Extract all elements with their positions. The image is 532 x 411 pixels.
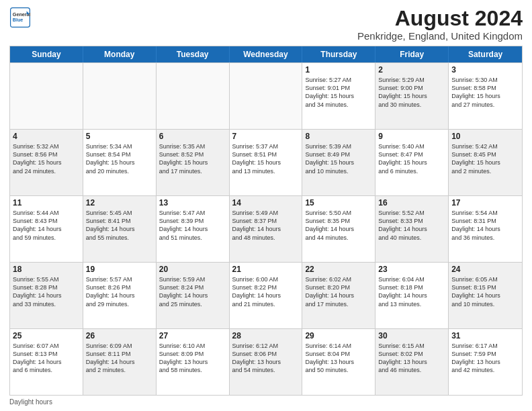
day-info: Sunrise: 6:04 AM Sunset: 8:18 PM Dayligh… <box>378 275 445 308</box>
day-info: Sunrise: 5:54 AM Sunset: 8:31 PM Dayligh… <box>451 209 519 242</box>
calendar-body: 1Sunrise: 5:27 AM Sunset: 9:01 PM Daylig… <box>10 62 522 395</box>
day-info: Sunrise: 5:32 AM Sunset: 8:56 PM Dayligh… <box>13 142 80 175</box>
header-day-monday: Monday <box>83 46 157 62</box>
day-info: Sunrise: 5:35 AM Sunset: 8:52 PM Dayligh… <box>159 142 226 175</box>
calendar-cell-20: 20Sunrise: 5:59 AM Sunset: 8:24 PM Dayli… <box>157 263 230 328</box>
day-number: 28 <box>232 331 300 340</box>
calendar-cell-empty <box>10 63 83 129</box>
day-number: 9 <box>378 132 445 141</box>
calendar-cell-4: 4Sunrise: 5:32 AM Sunset: 8:56 PM Daylig… <box>10 130 83 195</box>
day-info: Sunrise: 5:37 AM Sunset: 8:51 PM Dayligh… <box>232 142 300 175</box>
day-info: Sunrise: 5:44 AM Sunset: 8:43 PM Dayligh… <box>13 209 80 242</box>
header-day-thursday: Thursday <box>302 46 375 62</box>
calendar-row-3: 11Sunrise: 5:44 AM Sunset: 8:43 PM Dayli… <box>10 195 522 262</box>
day-number: 27 <box>159 331 226 340</box>
calendar-cell-29: 29Sunrise: 6:14 AM Sunset: 8:04 PM Dayli… <box>302 329 375 395</box>
calendar-cell-9: 9Sunrise: 5:40 AM Sunset: 8:47 PM Daylig… <box>375 130 449 195</box>
day-number: 6 <box>159 132 226 141</box>
calendar-cell-23: 23Sunrise: 6:04 AM Sunset: 8:18 PM Dayli… <box>375 263 449 328</box>
calendar-cell-30: 30Sunrise: 6:15 AM Sunset: 8:02 PM Dayli… <box>375 329 449 395</box>
calendar-cell-3: 3Sunrise: 5:30 AM Sunset: 8:58 PM Daylig… <box>449 63 522 129</box>
footer-note: Daylight hours <box>9 398 523 406</box>
calendar-cell-18: 18Sunrise: 5:55 AM Sunset: 8:28 PM Dayli… <box>10 263 83 328</box>
calendar-cell-22: 22Sunrise: 6:02 AM Sunset: 8:20 PM Dayli… <box>302 263 375 328</box>
page-container: General Blue August 2024 Penkridge, Engl… <box>0 0 532 411</box>
day-number: 17 <box>451 198 519 208</box>
day-info: Sunrise: 5:50 AM Sunset: 8:35 PM Dayligh… <box>305 209 372 242</box>
calendar-row-2: 4Sunrise: 5:32 AM Sunset: 8:56 PM Daylig… <box>10 129 522 195</box>
calendar-cell-25: 25Sunrise: 6:07 AM Sunset: 8:13 PM Dayli… <box>10 329 83 395</box>
calendar-cell-27: 27Sunrise: 6:10 AM Sunset: 8:09 PM Dayli… <box>157 329 230 395</box>
day-info: Sunrise: 5:30 AM Sunset: 8:58 PM Dayligh… <box>451 76 519 109</box>
day-info: Sunrise: 5:34 AM Sunset: 8:54 PM Dayligh… <box>86 142 153 175</box>
calendar-cell-17: 17Sunrise: 5:54 AM Sunset: 8:31 PM Dayli… <box>449 196 522 262</box>
calendar-cell-7: 7Sunrise: 5:37 AM Sunset: 8:51 PM Daylig… <box>230 130 303 195</box>
day-number: 19 <box>86 265 153 274</box>
calendar-cell-31: 31Sunrise: 6:17 AM Sunset: 7:59 PM Dayli… <box>449 329 522 395</box>
day-number: 25 <box>13 331 80 340</box>
calendar-cell-2: 2Sunrise: 5:29 AM Sunset: 9:00 PM Daylig… <box>375 63 449 129</box>
day-number: 12 <box>86 198 153 208</box>
day-info: Sunrise: 5:52 AM Sunset: 8:33 PM Dayligh… <box>378 209 445 242</box>
day-number: 10 <box>451 132 519 141</box>
header-day-saturday: Saturday <box>449 46 522 62</box>
title-block: August 2024 Penkridge, England, United K… <box>357 7 523 42</box>
calendar-cell-11: 11Sunrise: 5:44 AM Sunset: 8:43 PM Dayli… <box>10 196 83 262</box>
calendar-cell-8: 8Sunrise: 5:39 AM Sunset: 8:49 PM Daylig… <box>302 130 375 195</box>
day-info: Sunrise: 6:15 AM Sunset: 8:02 PM Dayligh… <box>378 342 445 375</box>
calendar-cell-14: 14Sunrise: 5:49 AM Sunset: 8:37 PM Dayli… <box>230 196 303 262</box>
day-info: Sunrise: 5:40 AM Sunset: 8:47 PM Dayligh… <box>378 142 445 175</box>
day-info: Sunrise: 5:39 AM Sunset: 8:49 PM Dayligh… <box>305 142 372 175</box>
day-number: 13 <box>159 198 226 208</box>
calendar-row-1: 1Sunrise: 5:27 AM Sunset: 9:01 PM Daylig… <box>10 62 522 129</box>
calendar-cell-empty <box>83 63 157 129</box>
day-info: Sunrise: 6:10 AM Sunset: 8:09 PM Dayligh… <box>159 342 226 375</box>
day-number: 14 <box>232 198 300 208</box>
calendar-cell-5: 5Sunrise: 5:34 AM Sunset: 8:54 PM Daylig… <box>83 130 157 195</box>
calendar-row-5: 25Sunrise: 6:07 AM Sunset: 8:13 PM Dayli… <box>10 328 522 395</box>
day-info: Sunrise: 6:12 AM Sunset: 8:06 PM Dayligh… <box>232 342 300 375</box>
day-number: 23 <box>378 265 445 274</box>
header-day-sunday: Sunday <box>10 46 83 62</box>
calendar-cell-16: 16Sunrise: 5:52 AM Sunset: 8:33 PM Dayli… <box>375 196 449 262</box>
day-number: 18 <box>13 265 80 274</box>
calendar-cell-6: 6Sunrise: 5:35 AM Sunset: 8:52 PM Daylig… <box>157 130 230 195</box>
day-info: Sunrise: 5:49 AM Sunset: 8:37 PM Dayligh… <box>232 209 300 242</box>
main-title: August 2024 <box>357 7 523 30</box>
calendar-cell-1: 1Sunrise: 5:27 AM Sunset: 9:01 PM Daylig… <box>302 63 375 129</box>
header-day-wednesday: Wednesday <box>230 46 303 62</box>
day-info: Sunrise: 6:14 AM Sunset: 8:04 PM Dayligh… <box>305 342 372 375</box>
logo: General Blue <box>9 7 31 28</box>
subtitle: Penkridge, England, United Kingdom <box>357 30 523 42</box>
day-number: 20 <box>159 265 226 274</box>
calendar-cell-empty <box>230 63 303 129</box>
day-info: Sunrise: 5:55 AM Sunset: 8:28 PM Dayligh… <box>13 275 80 308</box>
day-info: Sunrise: 5:59 AM Sunset: 8:24 PM Dayligh… <box>159 275 226 308</box>
day-number: 29 <box>305 331 372 340</box>
day-number: 22 <box>305 265 372 274</box>
calendar-cell-13: 13Sunrise: 5:47 AM Sunset: 8:39 PM Dayli… <box>157 196 230 262</box>
day-number: 11 <box>13 198 80 208</box>
calendar-cell-12: 12Sunrise: 5:45 AM Sunset: 8:41 PM Dayli… <box>83 196 157 262</box>
day-number: 15 <box>305 198 372 208</box>
day-info: Sunrise: 6:02 AM Sunset: 8:20 PM Dayligh… <box>305 275 372 308</box>
header-day-friday: Friday <box>375 46 449 62</box>
day-number: 30 <box>378 331 445 340</box>
day-number: 5 <box>86 132 153 141</box>
day-info: Sunrise: 5:57 AM Sunset: 8:26 PM Dayligh… <box>86 275 153 308</box>
calendar-cell-10: 10Sunrise: 5:42 AM Sunset: 8:45 PM Dayli… <box>449 130 522 195</box>
day-info: Sunrise: 5:27 AM Sunset: 9:01 PM Dayligh… <box>305 76 372 109</box>
day-info: Sunrise: 5:42 AM Sunset: 8:45 PM Dayligh… <box>451 142 519 175</box>
calendar-cell-24: 24Sunrise: 6:05 AM Sunset: 8:15 PM Dayli… <box>449 263 522 328</box>
day-info: Sunrise: 6:05 AM Sunset: 8:15 PM Dayligh… <box>451 275 519 308</box>
day-info: Sunrise: 6:00 AM Sunset: 8:22 PM Dayligh… <box>232 275 300 308</box>
svg-text:Blue: Blue <box>13 17 24 23</box>
day-number: 4 <box>13 132 80 141</box>
day-number: 16 <box>378 198 445 208</box>
calendar-cell-21: 21Sunrise: 6:00 AM Sunset: 8:22 PM Dayli… <box>230 263 303 328</box>
calendar-cell-26: 26Sunrise: 6:09 AM Sunset: 8:11 PM Dayli… <box>83 329 157 395</box>
day-number: 8 <box>305 132 372 141</box>
day-info: Sunrise: 6:09 AM Sunset: 8:11 PM Dayligh… <box>86 342 153 375</box>
day-number: 2 <box>378 65 445 75</box>
calendar-cell-15: 15Sunrise: 5:50 AM Sunset: 8:35 PM Dayli… <box>302 196 375 262</box>
